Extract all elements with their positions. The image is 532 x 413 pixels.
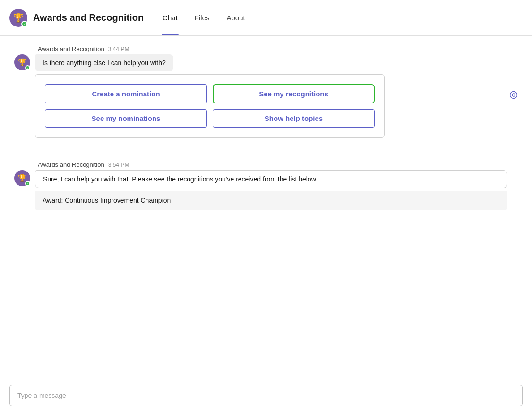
message-sender-1: Awards and Recognition: [38, 45, 104, 52]
message-time-2: 3:54 PM: [108, 162, 129, 168]
message-bubble-2: Sure, I can help you with that. Please s…: [35, 170, 507, 188]
message-input-area: Type a message: [0, 378, 532, 413]
avatar-status-dot-2: [25, 181, 30, 186]
avatar-trophy-icon-2: 🏆: [18, 174, 27, 182]
message-sender-2: Awards and Recognition: [38, 161, 104, 168]
bot-avatar-1: 🏆: [14, 54, 30, 70]
tab-files[interactable]: Files: [187, 0, 217, 35]
message-time-1: 3:44 PM: [108, 46, 129, 52]
tab-chat[interactable]: Chat: [155, 0, 185, 35]
message-input[interactable]: Type a message: [9, 385, 523, 406]
message-block-2: Awards and Recognition 3:54 PM 🏆 Sure, I…: [14, 161, 518, 210]
message-input-placeholder: Type a message: [17, 392, 66, 399]
message-meta-1: Awards and Recognition 3:44 PM: [38, 45, 518, 52]
message-content-1: Is there anything else I can help you wi…: [35, 54, 505, 138]
tab-about[interactable]: About: [219, 0, 252, 35]
avatar-status-dot-1: [25, 65, 30, 70]
svg-point-1: [512, 94, 515, 96]
see-my-nominations-button[interactable]: See my nominations: [45, 109, 207, 128]
message-meta-2: Awards and Recognition 3:54 PM: [38, 161, 518, 168]
online-status-dot: [21, 21, 27, 27]
message-bubble-1: Is there anything else I can help you wi…: [35, 54, 173, 71]
header: 🏆 Awards and Recognition Chat Files Abou…: [0, 0, 532, 36]
see-my-recognitions-button[interactable]: See my recognitions: [213, 84, 375, 103]
svg-point-0: [510, 92, 517, 99]
read-receipt-icon: [509, 91, 518, 101]
action-card-1: Create a nomination See my recognitions …: [35, 74, 385, 138]
chat-area: Awards and Recognition 3:44 PM 🏆 Is ther…: [0, 36, 532, 378]
avatar-trophy-icon: 🏆: [18, 58, 27, 67]
app-title: Awards and Recognition: [33, 12, 144, 23]
show-help-topics-button[interactable]: Show help topics: [213, 109, 375, 128]
award-row: Award: Continuous Improvement Champion: [35, 191, 507, 210]
create-nomination-button[interactable]: Create a nomination: [45, 84, 207, 103]
message-block-1: Awards and Recognition 3:44 PM 🏆 Is ther…: [14, 45, 518, 138]
header-nav: Chat Files About: [155, 0, 253, 35]
message-content-2: Sure, I can help you with that. Please s…: [35, 170, 518, 210]
bot-avatar-2: 🏆: [14, 170, 30, 186]
message-row-1: 🏆 Is there anything else I can help you …: [14, 54, 518, 138]
app-logo: 🏆: [9, 9, 27, 27]
message-row-2: 🏆 Sure, I can help you with that. Please…: [14, 170, 518, 210]
